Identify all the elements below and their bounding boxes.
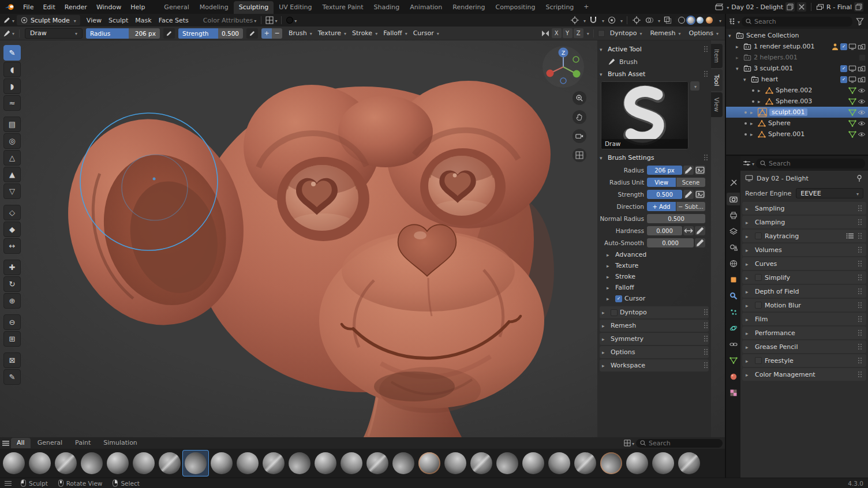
direction-add-button[interactable]: + [261, 28, 272, 39]
brush-thumbnail-1[interactable] [27, 451, 53, 476]
card-button[interactable] [695, 166, 705, 175]
brush-thumbnail-12[interactable] [313, 451, 338, 476]
panel-texture[interactable]: Texture [600, 260, 709, 271]
brush-thumbnail-15[interactable] [391, 451, 416, 476]
brush-asset-menu-button[interactable] [690, 81, 699, 91]
value-slider[interactable]: 0.000 [647, 226, 682, 235]
tool-grab[interactable]: ↔ [3, 238, 21, 254]
outliner-search-input[interactable]: Search [742, 17, 852, 27]
panel-depth-of-field[interactable]: Depth of Field [742, 285, 866, 298]
tool-elastic-deform[interactable]: ✚ [3, 260, 21, 275]
panel-grip-icon[interactable] [704, 46, 709, 52]
strength-pressure-button[interactable] [246, 28, 258, 39]
active-tool-brush[interactable]: Brush [600, 56, 709, 67]
dyntopo-dropdown[interactable]: Dyntopo [607, 29, 645, 37]
screen-icon[interactable] [848, 76, 856, 84]
panel-workspace[interactable]: Workspace [600, 359, 709, 371]
tool-dropdown-brush[interactable]: Brush [286, 29, 315, 37]
remesh-dropdown[interactable]: Remesh [647, 29, 683, 37]
brush-thumbnail-23[interactable] [598, 451, 624, 476]
brush-thumbnail-21[interactable] [547, 451, 572, 476]
camera-view-button[interactable] [573, 129, 586, 143]
workspace-tab-rendering[interactable]: Rendering [447, 1, 490, 14]
viewport-menu-face-sets[interactable]: Face Sets [155, 16, 192, 25]
brush-thumbnail-9[interactable] [235, 451, 260, 476]
card-button[interactable] [695, 190, 705, 199]
workspace-tab-scripting[interactable]: Scripting [540, 1, 579, 14]
menu-file[interactable]: File [18, 2, 38, 13]
panel-header-active-tool[interactable]: Active Tool [600, 43, 709, 55]
menu-help[interactable]: Help [126, 2, 149, 13]
brush-thumbnail-24[interactable] [624, 451, 650, 476]
properties-search-input[interactable]: Search [756, 159, 865, 168]
radius-pressure-button[interactable] [163, 28, 175, 39]
outliner-row-1-render-setup-001[interactable]: 1 render setup.001 [726, 41, 868, 52]
tool-inflate[interactable]: ◎ [3, 133, 21, 149]
toggle-xray-button[interactable] [663, 15, 673, 25]
properties-tab-world[interactable] [727, 257, 740, 270]
panel-cursor[interactable]: Cursor [600, 293, 709, 304]
menu-edit[interactable]: Edit [38, 2, 59, 13]
panel-performance[interactable]: Performance [742, 326, 866, 339]
panel-header-brush-asset[interactable]: Brush Asset [600, 68, 709, 80]
viewport-menu-view[interactable]: View [83, 16, 105, 25]
delete-scene-button[interactable] [797, 2, 806, 12]
mode-selector[interactable]: Sculpt Mode [17, 15, 80, 25]
status-menu-icon[interactable] [5, 481, 12, 486]
outliner-row-3-sculpt-001[interactable]: 3 sculpt.001 [726, 63, 868, 74]
brush-thumbnail-22[interactable] [573, 451, 598, 476]
shelf-display-button[interactable] [624, 438, 634, 448]
panel-grip-icon[interactable] [704, 71, 709, 77]
properties-tab-constraints[interactable] [727, 338, 740, 351]
panel-grip-icon[interactable] [704, 309, 709, 316]
tool-smooth[interactable]: ▲ [3, 167, 21, 182]
pen-button[interactable] [695, 226, 705, 235]
menu-render[interactable]: Render [60, 2, 92, 13]
navigation-gizmo[interactable]: Z [541, 45, 585, 89]
pen-button[interactable] [695, 238, 705, 247]
viewport-menu-mask[interactable]: Mask [132, 16, 155, 25]
panel-checkbox[interactable] [615, 295, 622, 302]
value-slider[interactable]: 206 px [647, 166, 682, 175]
pen-button[interactable] [683, 190, 694, 199]
screen-icon[interactable] [848, 43, 856, 51]
segment-view[interactable]: View [647, 178, 676, 187]
radius-slider[interactable]: Radius 206 px [86, 28, 160, 39]
workspace-tab-general[interactable]: General [159, 1, 194, 14]
workspace-tab-uv-editing[interactable]: UV Editing [274, 1, 317, 14]
panel-dyntopo[interactable]: Dyntopo [600, 306, 709, 318]
panel-checkbox[interactable] [755, 357, 762, 364]
properties-tab-view-layer[interactable] [727, 225, 740, 238]
panel-grip-icon[interactable] [858, 233, 863, 239]
new-scene-button[interactable] [785, 2, 795, 12]
brush-thumbnail-8[interactable] [209, 451, 234, 476]
datatri-icon[interactable] [848, 108, 856, 117]
snap-button[interactable] [588, 15, 598, 25]
brush-thumbnail-11[interactable] [287, 451, 312, 476]
add-workspace-button[interactable]: + [579, 1, 593, 13]
segment-add[interactable]: +Add [647, 202, 676, 211]
tool-dropdown-texture[interactable]: Texture [315, 29, 349, 37]
brush-thumbnail-25[interactable] [650, 451, 676, 476]
brush-thumbnail-26[interactable] [676, 451, 702, 476]
toggle-perspective-button[interactable] [573, 148, 586, 162]
panel-raytracing[interactable]: Raytracing [742, 230, 866, 242]
outliner-row-sphere[interactable]: Sphere [726, 118, 868, 129]
render-engine-dropdown[interactable]: EEVEE [796, 188, 863, 198]
workspace-tab-animation[interactable]: Animation [405, 1, 447, 14]
segment-scene[interactable]: Scene [676, 178, 705, 187]
panel-grip-icon[interactable] [858, 371, 863, 378]
eye-icon[interactable] [858, 97, 866, 106]
tool-slide-relax[interactable]: ⊠ [3, 352, 21, 368]
tool-draw-sharp[interactable]: ◖ [3, 62, 21, 77]
panel-color-management[interactable]: Color Management [742, 368, 866, 381]
brush-selector-button[interactable] [3, 28, 14, 39]
panel-grip-icon[interactable] [858, 330, 863, 336]
panel-grip-icon[interactable] [858, 247, 863, 253]
panel-grip-icon[interactable] [858, 288, 863, 295]
panel-options[interactable]: Options [600, 346, 709, 358]
tool-dropdown-stroke[interactable]: Stroke [349, 29, 380, 37]
properties-tab-material[interactable] [727, 370, 740, 383]
properties-tab-render[interactable] [727, 193, 740, 205]
brush-thumbnail-16[interactable] [417, 451, 442, 476]
